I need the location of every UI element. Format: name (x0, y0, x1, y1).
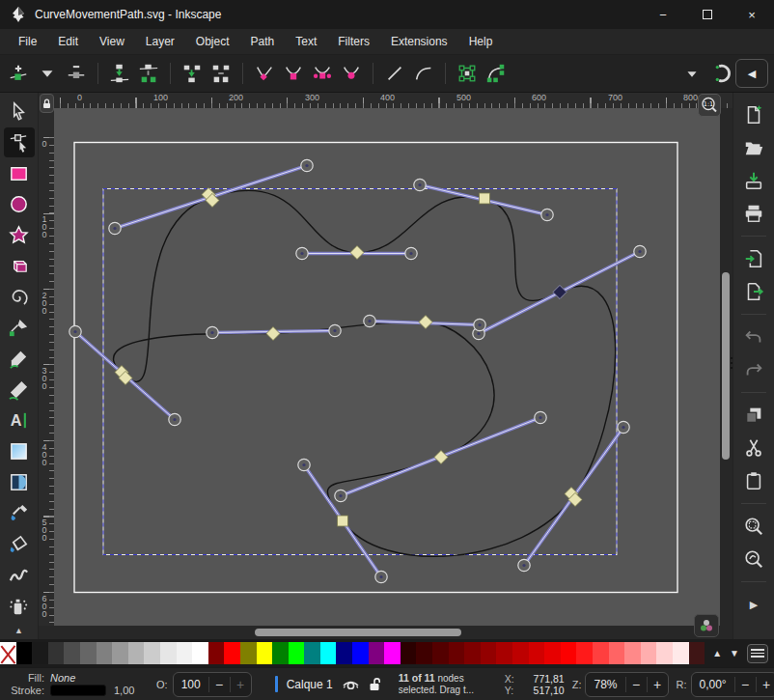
palette-swatch[interactable] (673, 642, 689, 664)
tool-pencil[interactable] (4, 344, 35, 374)
horizontal-ruler[interactable]: 0100200300400500600700800 (54, 93, 733, 108)
menu-item-file[interactable]: File (8, 31, 47, 52)
join-with-segment-button[interactable] (178, 59, 207, 88)
palette-swatch[interactable] (561, 642, 577, 664)
toolbox-overflow-icon[interactable]: ▲ (14, 626, 23, 635)
palette-swatch[interactable] (481, 642, 497, 664)
palette-swatch[interactable] (512, 642, 529, 664)
palette-swatch[interactable] (48, 642, 65, 664)
minimize-button[interactable]: − (641, 0, 685, 29)
opacity-increase-button[interactable]: + (230, 677, 251, 692)
color-managed-view-button[interactable] (694, 614, 719, 637)
tool-mesh-gradient[interactable] (4, 467, 35, 497)
menu-item-help[interactable]: Help (458, 31, 504, 52)
path-node[interactable] (553, 285, 567, 298)
palette-swatch[interactable] (257, 642, 273, 664)
duplicate-button[interactable] (739, 401, 768, 430)
palette-swatch[interactable] (352, 642, 369, 664)
palette-menu-button[interactable] (747, 644, 768, 663)
layer-lock-icon[interactable] (369, 677, 381, 691)
palette-swatch[interactable] (177, 642, 193, 664)
palette-swatch[interactable] (80, 642, 97, 664)
palette-swatch[interactable] (289, 642, 305, 664)
maximize-button[interactable] (685, 0, 730, 29)
tool-tweak[interactable] (4, 560, 35, 590)
corner-node-button[interactable] (250, 59, 279, 88)
tool-selector[interactable] (4, 97, 35, 126)
palette-swatch[interactable] (576, 642, 593, 664)
object-to-path-button[interactable] (453, 59, 482, 88)
palette-swatch[interactable] (320, 642, 337, 664)
palette-swatch[interactable] (656, 642, 673, 664)
layer-visibility-icon[interactable] (342, 678, 360, 691)
palette-swatch[interactable] (272, 642, 289, 664)
smooth-node-button[interactable] (279, 59, 308, 88)
auto-smooth-node-button[interactable] (337, 59, 366, 88)
opacity-spinbox[interactable]: 100 − + (173, 672, 252, 697)
fill-stroke-indicator[interactable]: Fill: None Stroke: 1,00 (0, 672, 147, 696)
curve-path[interactable] (114, 190, 616, 556)
tool-box-3d[interactable] (4, 251, 35, 281)
zoom-spinbox[interactable]: 78% − + (585, 672, 668, 697)
palette-swatch[interactable] (160, 642, 177, 664)
tool-rectangle[interactable] (4, 158, 35, 188)
undo-button[interactable] (739, 322, 768, 351)
palette-swatch[interactable] (593, 642, 609, 664)
vertical-ruler[interactable]: 0100200300400500600 (39, 108, 54, 626)
dock-resize-grip[interactable] (730, 357, 733, 369)
stroke-color-swatch[interactable] (50, 685, 106, 696)
menu-item-view[interactable]: View (89, 31, 135, 52)
save-document-button[interactable] (739, 166, 768, 195)
symmetric-node-button[interactable] (308, 59, 337, 88)
palette-swatch[interactable] (416, 642, 432, 664)
palette-swatch[interactable] (689, 642, 705, 664)
path-node[interactable] (338, 516, 348, 526)
print-document-button[interactable] (739, 199, 768, 228)
paste-button[interactable] (739, 466, 768, 495)
palette-swatch[interactable] (449, 642, 465, 664)
palette-swatch[interactable] (144, 642, 160, 664)
join-nodes-button[interactable] (105, 59, 134, 88)
curve-segment-button[interactable] (409, 59, 438, 88)
path-node[interactable] (434, 450, 448, 463)
insert-node-button[interactable] (4, 59, 33, 88)
menu-item-filters[interactable]: Filters (327, 31, 380, 52)
palette-swatch[interactable] (192, 642, 208, 664)
palette-swatch[interactable] (112, 642, 128, 664)
insert-node-dropdown-button[interactable] (33, 59, 62, 88)
horizontal-scrollbar[interactable] (39, 626, 733, 639)
rotation-increase-button[interactable]: + (756, 677, 774, 692)
zoom-value[interactable]: 78% (586, 678, 624, 691)
new-document-button[interactable] (739, 100, 768, 129)
palette-swatch[interactable] (97, 642, 113, 664)
open-document-button[interactable] (739, 133, 768, 162)
palette-swatch[interactable] (369, 642, 385, 664)
palette-swatch[interactable] (32, 642, 48, 664)
palette-swatch[interactable] (641, 642, 657, 664)
palette-swatch[interactable] (384, 642, 401, 664)
menu-item-layer[interactable]: Layer (135, 31, 185, 52)
tool-paint-bucket[interactable] (4, 529, 35, 559)
delete-segment-button[interactable] (207, 59, 235, 88)
palette-swatch[interactable] (544, 642, 561, 664)
palette-scroll-down-icon[interactable]: ▼ (730, 648, 739, 658)
collapse-toolbar-button[interactable]: ◀ (735, 59, 768, 88)
tool-gradient[interactable] (4, 436, 35, 466)
stroke-to-path-button[interactable] (482, 59, 511, 88)
palette-swatch[interactable] (208, 642, 225, 664)
zoom-1-1-button[interactable]: 1:1 (698, 94, 721, 117)
palette-swatch[interactable] (304, 642, 320, 664)
menu-item-extensions[interactable]: Extensions (380, 31, 458, 52)
tool-text[interactable]: A (4, 406, 35, 435)
palette-swatch[interactable] (432, 642, 449, 664)
rotation-value[interactable]: 0,00° (692, 678, 734, 691)
import-document-button[interactable] (739, 244, 768, 273)
vertical-scrollbar-thumb[interactable] (722, 272, 730, 460)
palette-swatch[interactable] (16, 642, 33, 664)
tool-spiral[interactable] (4, 282, 35, 312)
palette-swatch[interactable] (464, 642, 481, 664)
palette-swatch-none[interactable] (0, 642, 16, 664)
tool-dropper[interactable] (4, 498, 35, 528)
palette-scroll-up-icon[interactable]: ▲ (712, 648, 722, 658)
path-node[interactable] (266, 326, 280, 340)
